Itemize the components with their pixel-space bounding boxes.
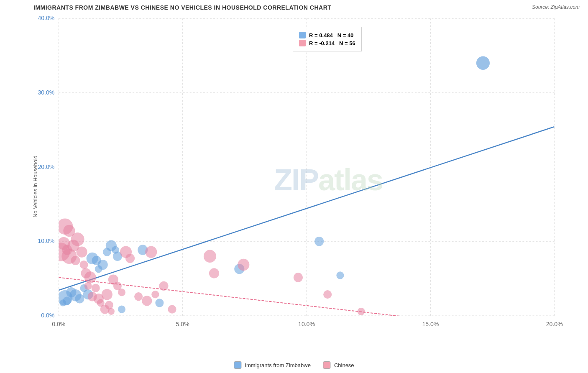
svg-point-74	[159, 281, 168, 291]
source-text: Source: ZipAtlas.com	[532, 4, 580, 10]
legend-item-chinese-bottom: Chinese	[323, 361, 354, 369]
svg-point-41	[155, 299, 164, 307]
svg-point-39	[118, 306, 125, 313]
svg-point-83	[323, 290, 332, 299]
svg-text:40.0%: 40.0%	[38, 15, 54, 21]
scatter-plot: 0.0% 10.0% 20.0% 30.0% 40.0% 0.0% 5.0% 1…	[33, 14, 580, 345]
svg-point-75	[168, 305, 176, 314]
svg-point-54	[80, 261, 88, 269]
legend-item-chinese: R = -0.214 N = 56	[299, 40, 355, 46]
svg-point-65	[108, 308, 115, 315]
svg-point-82	[294, 273, 303, 282]
chart-area: R = 0.484 N = 40 R = -0.214 N = 56 ZIPat…	[33, 14, 580, 345]
svg-point-76	[145, 246, 157, 258]
svg-text:10.0%: 10.0%	[298, 321, 315, 327]
chart-container: IMMIGRANTS FROM ZIMBABWE VS CHINESE NO V…	[0, 0, 588, 373]
svg-text:30.0%: 30.0%	[38, 89, 54, 96]
chart-title: IMMIGRANTS FROM ZIMBABWE VS CHINESE NO V…	[33, 4, 580, 11]
svg-point-79	[204, 250, 216, 263]
svg-text:5.0%: 5.0%	[176, 321, 189, 327]
svg-point-57	[84, 271, 96, 283]
svg-point-45	[476, 56, 490, 70]
legend-item-zimbabwe-bottom: Immigrants from Zimbabwe	[234, 361, 310, 369]
svg-text:15.0%: 15.0%	[422, 321, 439, 327]
svg-point-80	[209, 268, 219, 278]
legend-label-zimbabwe: Immigrants from Zimbabwe	[245, 362, 310, 368]
svg-point-78	[63, 225, 75, 237]
svg-point-34	[98, 260, 108, 270]
svg-point-84	[358, 308, 365, 315]
legend: R = 0.484 N = 40 R = -0.214 N = 56	[293, 27, 362, 51]
svg-point-59	[92, 284, 100, 292]
svg-point-70	[125, 254, 135, 263]
svg-text:10.0%: 10.0%	[38, 238, 54, 244]
svg-text:0.0%: 0.0%	[52, 321, 65, 327]
svg-point-27	[59, 299, 66, 306]
svg-point-81	[238, 259, 249, 271]
svg-text:0.0%: 0.0%	[41, 312, 54, 319]
legend-box-chinese	[323, 361, 331, 369]
svg-point-42	[314, 237, 324, 246]
legend-r1: R = 0.484 N = 40	[309, 32, 353, 38]
svg-point-53	[76, 246, 87, 257]
legend-color-zimbabwe	[299, 32, 306, 38]
svg-point-64	[105, 301, 113, 309]
svg-point-71	[134, 292, 143, 301]
svg-text:20.0%: 20.0%	[38, 164, 54, 170]
svg-point-51	[71, 256, 80, 265]
legend-color-chinese	[299, 40, 306, 46]
svg-point-72	[142, 296, 152, 306]
legend-label-chinese: Chinese	[334, 362, 354, 368]
svg-text:20.0%: 20.0%	[546, 321, 563, 327]
legend-r2: R = -0.214 N = 56	[309, 40, 355, 46]
svg-point-63	[102, 289, 112, 300]
svg-point-28	[75, 294, 84, 303]
legend-item-zimbabwe: R = 0.484 N = 40	[299, 32, 355, 38]
svg-point-68	[118, 289, 125, 296]
svg-point-73	[151, 291, 159, 298]
svg-point-44	[336, 271, 344, 279]
legend-box-zimbabwe	[234, 361, 241, 369]
bottom-legend: Immigrants from Zimbabwe Chinese	[234, 361, 354, 369]
